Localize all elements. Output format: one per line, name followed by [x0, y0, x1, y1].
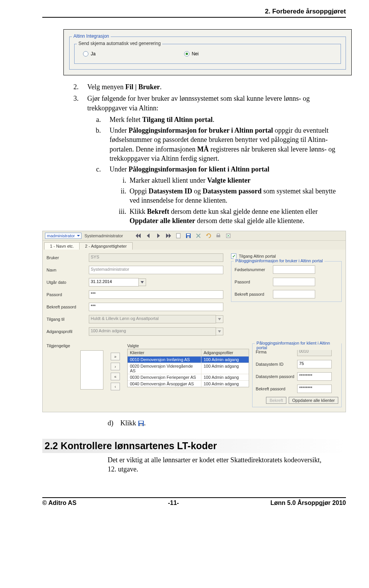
- label-passord: Passord: [47, 292, 89, 297]
- input-bruker[interactable]: SYS: [89, 253, 223, 262]
- input-navn[interactable]: Systemadministrator: [89, 266, 223, 274]
- input-bekreft-ds-passord[interactable]: ********: [297, 385, 332, 393]
- altinn-integration-screenshot: Altinn Integrasjon Send skjema automatis…: [63, 29, 352, 75]
- radio-icon: [184, 51, 189, 57]
- step-3a: Merk feltet Tilgang til Altinn portal.: [103, 115, 346, 124]
- label-fodselsnummer: Fødselsnummer: [234, 267, 273, 272]
- checkbox-label: Tilgang Altinn portal: [239, 254, 276, 258]
- step-3: Gjør følgende for hver bruker av lønnssy…: [80, 94, 346, 225]
- label-firma: Firma: [256, 350, 297, 354]
- col-adgangsprofiler: Adgangsprofiler: [201, 349, 249, 356]
- table-row[interactable]: 0020 Demoversjon Videregående AS100 Admi…: [128, 363, 249, 374]
- label-tilgang-til: Tilgang til: [47, 317, 89, 321]
- group-title: Påloggingsinformasjon for klient i Altin…: [255, 341, 341, 350]
- move-right-button[interactable]: ›: [111, 363, 120, 370]
- label-navn: Navn: [47, 268, 89, 272]
- svg-rect-9: [140, 424, 143, 426]
- table-row[interactable]: 0010 Demoversjon Innføring AS100 Admin a…: [128, 356, 249, 363]
- group-klient-altinn: Påloggingsinformasjon for klient i Altin…: [252, 343, 342, 407]
- label-tilgjengelige: Tilgjengelige: [47, 343, 77, 407]
- label-passord-altinn: Passord: [234, 280, 273, 284]
- main-step-list: Velg menyen Fil | Bruker. Gjør følgende …: [71, 82, 346, 225]
- radio-ja[interactable]: Ja: [83, 51, 96, 57]
- nav-first-icon[interactable]: [135, 233, 141, 239]
- date-picker-icon[interactable]: [139, 278, 146, 286]
- step-3c-i: Marker aktuell klient under Valgte klien…: [128, 176, 346, 185]
- label-adgangsprofil: Adgangsprofil: [47, 329, 89, 334]
- label-bekreft-passord: Bekreft passord: [47, 305, 89, 309]
- input-datasystem-passord[interactable]: ********: [297, 372, 332, 381]
- form-left: BrukerSYS NavnSystemadministrator Utgår …: [47, 253, 223, 340]
- step-3c-iii: Klikk Bekreft dersom dette kun skal gjel…: [128, 207, 346, 226]
- fieldset-label: Altinn Integrasjon: [72, 33, 111, 39]
- user-dropdown[interactable]: madministrator: [45, 233, 81, 239]
- chevron-down-icon[interactable]: [216, 315, 223, 323]
- radio-nei-label: Nei: [192, 51, 199, 57]
- step-3d: d) Klikk .: [108, 419, 346, 427]
- nav-prev-icon[interactable]: [145, 233, 151, 239]
- undo-icon[interactable]: [205, 233, 211, 239]
- radio-ja-label: Ja: [91, 51, 96, 57]
- input-fodselsnummer[interactable]: [273, 265, 315, 274]
- svg-rect-2: [187, 234, 190, 235]
- sub-fieldset-label: Send skjema automatisk ved generering: [77, 41, 162, 46]
- bekreft-button[interactable]: Bekreft: [266, 397, 286, 404]
- group-title: Påloggingsinformasjon for bruker i Altin…: [234, 258, 324, 263]
- nav-last-icon[interactable]: [165, 233, 171, 239]
- user-admin-screenshot: madministrator Systemadministrator 1 - N…: [42, 231, 346, 412]
- tab-access-rights[interactable]: 2 - Adgangsrettigheter: [79, 242, 132, 250]
- input-bekreft-passord-altinn[interactable]: [273, 290, 315, 298]
- input-passord-altinn[interactable]: [273, 278, 315, 286]
- input-utgar-dato[interactable]: 31.12.2014: [89, 278, 139, 287]
- step-3b: Under Påloggingsinformasjon for bruker i…: [103, 126, 346, 163]
- label-bekreft-ds-passord: Bekreft passord: [256, 386, 297, 391]
- move-all-right-button[interactable]: »: [111, 353, 120, 360]
- page-header: 2. Forberede årsoppgjøret: [42, 8, 346, 18]
- valgte-table[interactable]: Klienter Adgangsprofiler 0010 Demoversjo…: [127, 349, 249, 387]
- page-footer: © Aditro AS -11- Lønn 5.0 Årsoppgjør 201…: [42, 497, 346, 506]
- print-icon[interactable]: [215, 233, 221, 239]
- tilgjengelige-list[interactable]: [80, 350, 103, 390]
- oppdater-alle-button[interactable]: Oppdatere alle klienter: [289, 397, 338, 404]
- step-2: Velg menyen Fil | Bruker.: [80, 82, 346, 92]
- svg-rect-3: [187, 236, 189, 238]
- footer-center: -11-: [168, 500, 179, 506]
- form-right: ✓ Tilgang Altinn portal Påloggingsinform…: [231, 253, 342, 340]
- input-tilgang-til[interactable]: Huldt & Lillevik Lønn og Ansattportal: [89, 315, 216, 323]
- save-icon[interactable]: [185, 233, 191, 239]
- label-utgar: Utgår dato: [47, 280, 89, 285]
- radio-nei[interactable]: Nei: [184, 51, 199, 57]
- tab-name-etc[interactable]: 1 - Navn etc.: [44, 242, 80, 250]
- chevron-down-icon[interactable]: [216, 328, 223, 335]
- footer-left: © Aditro AS: [42, 500, 76, 506]
- role-label: Systemadministrator: [85, 233, 123, 238]
- label-datasystem-passord: Datasystem passord: [256, 374, 297, 379]
- input-passord[interactable]: ***: [89, 290, 223, 299]
- input-bekreft-passord[interactable]: ***: [89, 303, 223, 311]
- input-adgangsprofil[interactable]: 100 Admin adgang: [89, 327, 216, 336]
- footer-right: Lønn 5.0 Årsoppgjør 2010: [271, 500, 346, 506]
- new-icon[interactable]: [175, 233, 181, 239]
- toolbar: madministrator Systemadministrator: [43, 231, 346, 241]
- export-icon[interactable]: [225, 233, 231, 239]
- save-icon: [138, 420, 144, 426]
- step-3c-ii: Oppgi Datasystem ID og Datasystem passor…: [128, 187, 346, 205]
- input-datasystem-id[interactable]: 75: [297, 360, 332, 368]
- delete-icon[interactable]: [195, 233, 201, 239]
- nav-next-icon[interactable]: [155, 233, 161, 239]
- svg-rect-5: [217, 234, 219, 235]
- label-datasystem-id: Datasystem ID: [256, 362, 297, 366]
- radio-icon: [83, 51, 88, 57]
- table-row[interactable]: 0040 Demoversjon Årsoppgjør AS100 Admin …: [128, 380, 249, 387]
- col-klienter: Klienter: [128, 349, 201, 356]
- section-2-2-para: Det er viktig at alle lønnsarter er kode…: [108, 455, 346, 474]
- table-row[interactable]: 0030 Demoversjon Feriepenger AS100 Admin…: [128, 374, 249, 380]
- valgte-header: Valgte: [127, 343, 249, 348]
- label-bruker: Bruker: [47, 255, 89, 260]
- move-left-button[interactable]: ‹: [111, 383, 120, 390]
- checkmark-icon: ✓: [231, 253, 236, 259]
- checkbox-tilgang-altinn[interactable]: ✓ Tilgang Altinn portal: [231, 253, 342, 259]
- move-all-left-button[interactable]: «: [111, 373, 120, 380]
- tab-bar: 1 - Navn etc. 2 - Adgangsrettigheter: [43, 241, 346, 250]
- section-2-2-title: 2.2 Kontrollere lønnsartenes LT-koder: [42, 439, 346, 453]
